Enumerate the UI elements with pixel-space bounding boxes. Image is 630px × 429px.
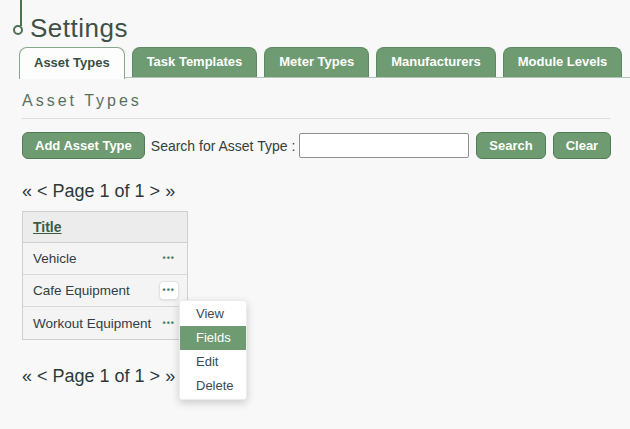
pagination-top: « < Page 1 of 1 > » — [22, 181, 175, 201]
page-title: Settings — [30, 13, 128, 44]
asset-type-toolbar: Add Asset Type Search for Asset Type : S… — [22, 132, 611, 159]
prev-page-button[interactable]: < — [37, 366, 48, 386]
add-asset-type-button[interactable]: Add Asset Type — [22, 132, 145, 159]
asset-type-title: Cafe Equipment — [33, 283, 130, 298]
settings-tabbar: Asset Types Task Templates Meter Types M… — [19, 47, 622, 77]
table-row: Workout Equipment ••• — [23, 307, 187, 339]
row-actions-context-menu: View Fields Edit Delete — [179, 300, 247, 400]
tree-node-icon — [13, 25, 23, 35]
prev-page-button[interactable]: < — [37, 181, 48, 201]
search-label: Search for Asset Type : — [151, 138, 295, 154]
search-input[interactable] — [299, 133, 469, 158]
menu-item-edit[interactable]: Edit — [180, 350, 246, 374]
menu-item-view[interactable]: View — [180, 302, 246, 326]
first-page-button[interactable]: « — [22, 366, 32, 386]
asset-type-title: Workout Equipment — [33, 316, 151, 331]
table-header-row: Title — [23, 212, 187, 243]
tab-asset-types[interactable]: Asset Types — [19, 47, 125, 79]
row-actions-ellipsis-icon[interactable]: ••• — [159, 314, 179, 333]
next-page-button[interactable]: > — [150, 181, 161, 201]
pagination-bottom: « < Page 1 of 1 > » — [22, 366, 175, 386]
next-page-button[interactable]: > — [150, 366, 161, 386]
menu-item-delete[interactable]: Delete — [180, 374, 246, 398]
tab-meter-types[interactable]: Meter Types — [264, 47, 369, 77]
clear-button[interactable]: Clear — [553, 132, 612, 159]
first-page-button[interactable]: « — [22, 181, 32, 201]
search-button[interactable]: Search — [476, 132, 545, 159]
table-row: Cafe Equipment ••• — [23, 275, 187, 307]
page-indicator: Page 1 of 1 — [53, 366, 145, 386]
column-header-title[interactable]: Title — [33, 219, 62, 235]
tab-manufacturers[interactable]: Manufacturers — [376, 47, 496, 77]
asset-type-title: Vehicle — [33, 251, 77, 266]
section-divider — [22, 118, 610, 119]
row-actions-ellipsis-icon[interactable]: ••• — [159, 281, 179, 300]
section-heading: Asset Types — [22, 92, 142, 110]
last-page-button[interactable]: » — [165, 181, 175, 201]
tab-module-levels[interactable]: Module Levels — [503, 47, 623, 77]
row-actions-ellipsis-icon[interactable]: ••• — [159, 249, 179, 268]
page-indicator: Page 1 of 1 — [53, 181, 145, 201]
asset-types-table: Title Vehicle ••• Cafe Equipment ••• Wor… — [22, 211, 188, 340]
menu-item-fields[interactable]: Fields — [180, 326, 246, 350]
tab-task-templates[interactable]: Task Templates — [132, 47, 258, 77]
tree-branch-line — [20, 0, 22, 26]
table-row: Vehicle ••• — [23, 243, 187, 275]
last-page-button[interactable]: » — [165, 366, 175, 386]
